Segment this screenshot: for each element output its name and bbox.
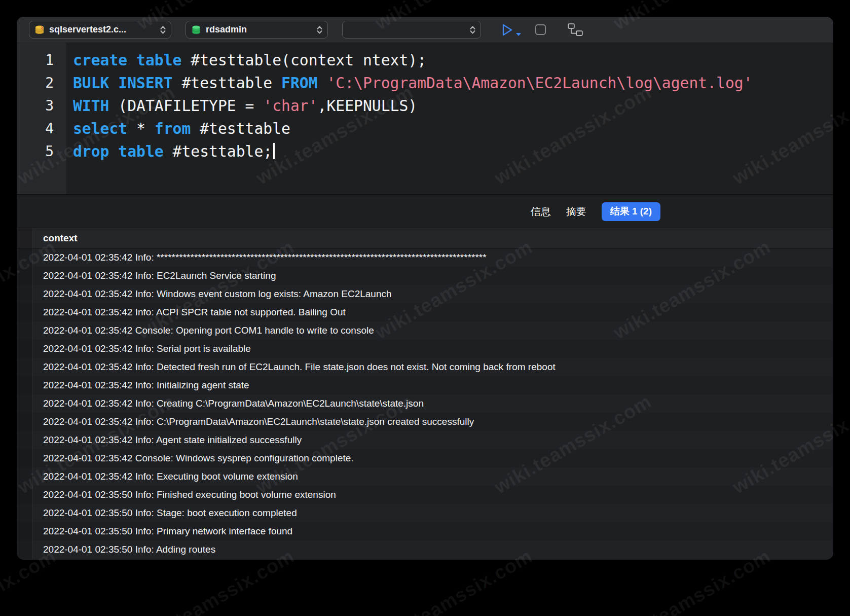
- text-cursor: [273, 143, 275, 159]
- table-row[interactable]: 2022-04-01 02:35:42 Info: Agent state in…: [17, 431, 833, 449]
- context-cell: 2022-04-01 02:35:42 Info: Agent state in…: [33, 431, 302, 449]
- play-icon: [499, 30, 514, 39]
- table-row[interactable]: 2022-04-01 02:35:42 Info: C:\ProgramData…: [17, 413, 833, 431]
- row-gutter: [17, 376, 33, 394]
- code-line[interactable]: drop table #testtable;: [73, 140, 833, 163]
- code-line[interactable]: create table #testtable(context ntext);: [73, 49, 833, 71]
- table-row[interactable]: 2022-04-01 02:35:50 Info: Finished execu…: [17, 486, 833, 504]
- sql-string: 'C:\ProgramData\Amazon\EC2Launch\log\age…: [326, 74, 752, 92]
- context-cell: 2022-04-01 02:35:50 Info: Primary networ…: [33, 522, 292, 540]
- row-gutter: [17, 431, 33, 449]
- row-gutter: [17, 486, 33, 504]
- row-gutter: [17, 467, 33, 486]
- row-gutter: [17, 394, 33, 413]
- context-cell: 2022-04-01 02:35:42 Info: Serial port is…: [33, 340, 251, 358]
- table-row[interactable]: 2022-04-01 02:35:42 Info: Initializing a…: [17, 376, 833, 394]
- line-number: 1: [17, 49, 54, 71]
- sql-text: #testtable(context ntext);: [181, 51, 426, 69]
- chevron-updown-icon: [160, 25, 166, 35]
- context-cell: 2022-04-01 02:35:42 Info: Executing boot…: [33, 467, 298, 486]
- code-line[interactable]: WITH (DATAFILETYPE = 'char',KEEPNULLS): [73, 94, 833, 117]
- schema-diagram-button[interactable]: [568, 23, 583, 37]
- sql-editor[interactable]: 12345 create table #testtable(context nt…: [17, 43, 833, 194]
- table-header: context: [17, 228, 833, 248]
- row-gutter: [17, 413, 33, 431]
- table-row[interactable]: 2022-04-01 02:35:50 Info: Primary networ…: [17, 522, 833, 540]
- run-button[interactable]: [499, 22, 514, 38]
- row-gutter: [17, 303, 33, 321]
- database-select[interactable]: rdsadmin: [186, 21, 328, 39]
- context-cell: 2022-04-01 02:35:42 Info: Creating C:\Pr…: [33, 394, 424, 413]
- stop-checkbox[interactable]: [535, 24, 546, 35]
- context-cell: 2022-04-01 02:35:50 Info: Adding routes: [33, 540, 215, 559]
- row-gutter: [17, 504, 33, 522]
- table-select[interactable]: [342, 21, 481, 39]
- context-column-header[interactable]: context: [33, 228, 78, 248]
- table-row[interactable]: 2022-04-01 02:35:42 Info: Serial port is…: [17, 340, 833, 358]
- sql-keyword: create table: [73, 51, 181, 69]
- editor-gutter: 12345: [17, 43, 66, 194]
- results-table: 2022-04-01 02:35:42 Info: **************…: [17, 248, 833, 560]
- context-cell: 2022-04-01 02:35:50 Info: Finished execu…: [33, 486, 336, 504]
- table-row[interactable]: 2022-04-01 02:35:50 Info: Adding routes: [17, 540, 833, 559]
- context-cell: 2022-04-01 02:35:42 Console: Windows sys…: [33, 449, 354, 467]
- sqlserver-icon: [34, 25, 45, 35]
- row-gutter: [17, 340, 33, 358]
- row-gutter: [17, 358, 33, 376]
- chevron-updown-icon: [469, 25, 476, 35]
- connection-select-value: sqlservertest2.c...: [49, 24, 155, 35]
- row-gutter: [17, 267, 33, 285]
- table-row[interactable]: 2022-04-01 02:35:42 Console: Windows sys…: [17, 449, 833, 467]
- tab-messages[interactable]: 信息: [531, 205, 551, 219]
- code-line[interactable]: BULK INSERT #testtable FROM 'C:\ProgramD…: [73, 71, 833, 94]
- line-number: 3: [17, 94, 54, 117]
- row-gutter: [17, 540, 33, 559]
- sql-keyword: WITH: [73, 97, 109, 115]
- sql-text: (DATAFILETYPE =: [109, 97, 264, 115]
- code-line[interactable]: select * from #testtable: [73, 117, 833, 140]
- sql-keyword: FROM: [281, 74, 318, 92]
- table-row[interactable]: 2022-04-01 02:35:42 Info: Executing boot…: [17, 467, 833, 486]
- results-tabbar: 信息摘要结果 1 (2): [17, 194, 833, 228]
- row-gutter: [17, 248, 33, 267]
- context-cell: 2022-04-01 02:35:42 Info: C:\ProgramData…: [33, 413, 474, 431]
- table-row[interactable]: 2022-04-01 02:35:42 Info: **************…: [17, 248, 833, 267]
- sql-keyword: select: [73, 120, 127, 137]
- screen: sqlservertest2.c...: [0, 0, 850, 616]
- table-row[interactable]: 2022-04-01 02:35:42 Info: Creating C:\Pr…: [17, 394, 833, 413]
- sql-text: *: [127, 120, 155, 137]
- sql-string: 'char': [263, 97, 317, 115]
- sql-keyword: from: [155, 120, 191, 137]
- line-number: 5: [17, 140, 54, 163]
- table-row[interactable]: 2022-04-01 02:35:42 Console: Opening por…: [17, 321, 833, 340]
- tab-results[interactable]: 结果 1 (2): [602, 202, 660, 221]
- line-number: 2: [17, 71, 54, 94]
- row-gutter: [17, 321, 33, 340]
- watermark-text: wiki.teamssix.com: [848, 545, 850, 616]
- sql-text: #testtable;: [164, 142, 272, 160]
- context-cell: 2022-04-01 02:35:42 Info: EC2Launch Serv…: [33, 267, 276, 285]
- sql-text: #testtable: [173, 74, 281, 92]
- connection-select[interactable]: sqlservertest2.c...: [29, 21, 171, 39]
- watermark-text: wiki.teamssix.com: [848, 0, 850, 34]
- table-row[interactable]: 2022-04-01 02:35:50 Info: Stage: boot ex…: [17, 504, 833, 522]
- chevron-updown-icon: [316, 25, 323, 35]
- editor-code[interactable]: create table #testtable(context ntext);B…: [66, 43, 833, 194]
- table-row[interactable]: 2022-04-01 02:35:42 Info: Windows event …: [17, 285, 833, 303]
- table-row[interactable]: 2022-04-01 02:35:42 Info: ACPI SPCR tabl…: [17, 303, 833, 321]
- sql-text: [318, 74, 327, 92]
- table-row[interactable]: 2022-04-01 02:35:42 Info: Detected fresh…: [17, 358, 833, 376]
- sql-text: ,KEEPNULLS): [318, 97, 418, 115]
- context-cell: 2022-04-01 02:35:42 Info: ACPI SPCR tabl…: [33, 303, 346, 321]
- line-number: 4: [17, 117, 54, 140]
- row-gutter-header: [17, 228, 33, 248]
- tab-summary[interactable]: 摘要: [566, 205, 586, 219]
- database-icon: [191, 25, 201, 35]
- sql-client-window: sqlservertest2.c...: [17, 17, 833, 560]
- sql-text: #testtable: [191, 120, 290, 137]
- run-options-caret-icon[interactable]: [516, 33, 521, 36]
- schema-diagram-icon: [568, 23, 583, 37]
- database-select-value: rdsadmin: [206, 24, 312, 35]
- table-row[interactable]: 2022-04-01 02:35:42 Info: EC2Launch Serv…: [17, 267, 833, 285]
- context-cell: 2022-04-01 02:35:42 Info: Detected fresh…: [33, 358, 556, 376]
